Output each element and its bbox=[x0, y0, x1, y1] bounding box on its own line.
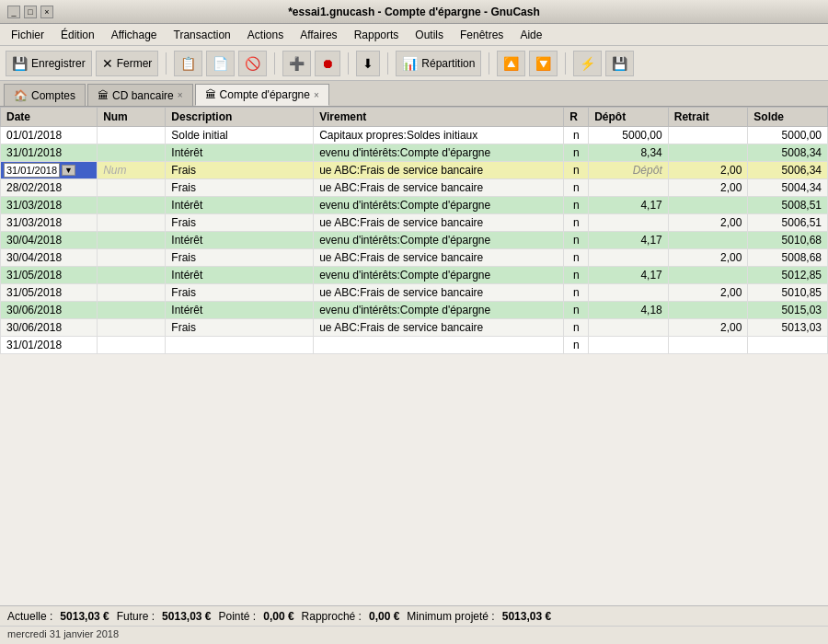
maximize-button[interactable]: □ bbox=[24, 6, 37, 18]
cell-description[interactable]: Intérêt bbox=[166, 197, 314, 214]
cell-retrait[interactable]: 2,00 bbox=[668, 179, 748, 197]
cell-description[interactable] bbox=[166, 337, 314, 354]
cell-num[interactable] bbox=[98, 337, 166, 354]
table-row[interactable]: 30/04/2018Fraisue ABC:Frais de service b… bbox=[1, 249, 828, 267]
cell-depot[interactable]: 5000,00 bbox=[589, 127, 669, 144]
cell-depot[interactable]: 4,17 bbox=[589, 267, 669, 284]
cell-reconcile[interactable]: n bbox=[564, 127, 589, 144]
menu-item-rapports[interactable]: Rapports bbox=[347, 27, 407, 43]
tab-compte-dépargne[interactable]: 🏛Compte d'épargne× bbox=[195, 84, 329, 106]
toolbar-icon-button-3[interactable]: 📋 bbox=[174, 51, 202, 76]
date-input[interactable]: 31/01/2018 bbox=[4, 163, 60, 178]
cell-reconcile[interactable]: n bbox=[564, 267, 589, 284]
menu-item-outils[interactable]: Outils bbox=[408, 27, 451, 43]
cell-num[interactable] bbox=[98, 284, 166, 302]
toolbar-icon-button-10[interactable]: ⬇ bbox=[356, 51, 380, 76]
cell-description[interactable]: Frais bbox=[166, 249, 314, 267]
cell-virement[interactable]: evenu d'intérêts:Compte d'épargne bbox=[314, 197, 564, 214]
cell-num[interactable] bbox=[98, 214, 166, 232]
cell-virement[interactable]: ue ABC:Frais de service bancaire bbox=[314, 214, 564, 232]
menu-item-fichier[interactable]: Fichier bbox=[4, 27, 52, 43]
cell-depot[interactable] bbox=[589, 319, 669, 337]
cell-retrait[interactable] bbox=[668, 232, 748, 249]
cell-retrait[interactable] bbox=[668, 302, 748, 319]
register-table-wrapper[interactable]: Date Num Description Virement R Dépôt Re… bbox=[0, 107, 828, 605]
cell-num[interactable] bbox=[98, 267, 166, 284]
table-row[interactable]: 01/01/2018Solde initialCapitaux propres:… bbox=[1, 127, 828, 144]
cell-date[interactable]: 31/05/2018 bbox=[1, 267, 98, 284]
cell-description[interactable]: Frais bbox=[166, 214, 314, 232]
cell-depot[interactable]: Dépôt bbox=[589, 162, 669, 179]
toolbar-icon-button-7[interactable]: ➕ bbox=[282, 51, 311, 76]
cell-virement[interactable]: ue ABC:Frais de service bancaire bbox=[314, 284, 564, 302]
table-row[interactable]: 31/03/2018Intérêtevenu d'intérêts:Compte… bbox=[1, 197, 828, 214]
cell-reconcile[interactable]: n bbox=[564, 232, 589, 249]
cell-retrait[interactable]: 2,00 bbox=[668, 214, 748, 232]
toolbar-icon-button-17[interactable]: ⚡ bbox=[573, 51, 602, 76]
cell-date[interactable]: 31/01/2018▼ bbox=[1, 162, 98, 179]
cell-date[interactable]: 31/01/2018 bbox=[1, 144, 98, 162]
cell-retrait[interactable] bbox=[668, 144, 748, 162]
cell-num[interactable] bbox=[98, 179, 166, 197]
tab-close-button[interactable]: × bbox=[314, 90, 319, 100]
cell-retrait[interactable] bbox=[668, 197, 748, 214]
cell-date[interactable]: 28/02/2018 bbox=[1, 179, 98, 197]
cell-date[interactable]: 31/01/2018 bbox=[1, 337, 98, 354]
cell-description[interactable]: Intérêt bbox=[166, 302, 314, 319]
menu-item-affichage[interactable]: Affichage bbox=[104, 27, 165, 43]
cell-description[interactable]: Frais bbox=[166, 319, 314, 337]
cell-virement[interactable]: ue ABC:Frais de service bancaire bbox=[314, 319, 564, 337]
cell-description[interactable]: Intérêt bbox=[166, 232, 314, 249]
menu-item-aide[interactable]: Aide bbox=[512, 27, 549, 43]
cell-reconcile[interactable]: n bbox=[564, 319, 589, 337]
table-row[interactable]: 31/05/2018Fraisue ABC:Frais de service b… bbox=[1, 284, 828, 302]
cell-description[interactable]: Frais bbox=[166, 179, 314, 197]
cell-num[interactable] bbox=[98, 249, 166, 267]
cell-description[interactable]: Intérêt bbox=[166, 267, 314, 284]
cell-depot[interactable] bbox=[589, 249, 669, 267]
cell-depot[interactable]: 4,17 bbox=[589, 232, 669, 249]
cell-reconcile[interactable]: n bbox=[564, 162, 589, 179]
cell-virement[interactable] bbox=[314, 337, 564, 354]
toolbar-enregistrer-button[interactable]: 💾Enregistrer bbox=[6, 51, 92, 76]
cell-depot[interactable]: 8,34 bbox=[589, 144, 669, 162]
cell-virement[interactable]: evenu d'intérêts:Compte d'épargne bbox=[314, 302, 564, 319]
cell-retrait[interactable] bbox=[668, 267, 748, 284]
menu-item-affaires[interactable]: Affaires bbox=[293, 27, 344, 43]
cell-depot[interactable]: 4,17 bbox=[589, 197, 669, 214]
cell-description[interactable]: Frais bbox=[166, 284, 314, 302]
table-row[interactable]: 31/05/2018Intérêtevenu d'intérêts:Compte… bbox=[1, 267, 828, 284]
cell-num[interactable] bbox=[98, 302, 166, 319]
cell-reconcile[interactable]: n bbox=[564, 284, 589, 302]
toolbar-fermer-button[interactable]: ✕Fermer bbox=[96, 51, 159, 76]
cell-virement[interactable]: evenu d'intérêts:Compte d'épargne bbox=[314, 232, 564, 249]
minimize-button[interactable]: _ bbox=[7, 6, 20, 18]
cell-reconcile[interactable]: n bbox=[564, 179, 589, 197]
cell-reconcile[interactable]: n bbox=[564, 214, 589, 232]
table-row[interactable]: 30/06/2018Intérêtevenu d'intérêts:Compte… bbox=[1, 302, 828, 319]
toolbar-répartition-button[interactable]: 📊Répartition bbox=[396, 51, 481, 76]
cell-date[interactable]: 30/04/2018 bbox=[1, 249, 98, 267]
cell-virement[interactable]: evenu d'intérêts:Compte d'épargne bbox=[314, 144, 564, 162]
close-button[interactable]: × bbox=[40, 6, 53, 18]
cell-virement[interactable]: evenu d'intérêts:Compte d'épargne bbox=[314, 267, 564, 284]
toolbar-icon-button-4[interactable]: 📄 bbox=[206, 51, 235, 76]
cell-depot[interactable] bbox=[589, 284, 669, 302]
menu-item-transaction[interactable]: Transaction bbox=[167, 27, 238, 43]
cell-description[interactable]: Intérêt bbox=[166, 144, 314, 162]
cell-reconcile[interactable]: n bbox=[564, 197, 589, 214]
cell-num[interactable] bbox=[98, 319, 166, 337]
table-row[interactable]: 28/02/2018Fraisue ABC:Frais de service b… bbox=[1, 179, 828, 197]
cell-depot[interactable] bbox=[589, 179, 669, 197]
table-row[interactable]: 31/03/2018Fraisue ABC:Frais de service b… bbox=[1, 214, 828, 232]
toolbar-icon-button-5[interactable]: 🚫 bbox=[238, 51, 267, 76]
cell-retrait[interactable]: 2,00 bbox=[668, 162, 748, 179]
tab-cd-bancaire[interactable]: 🏛CD bancaire× bbox=[87, 84, 193, 106]
menu-item-actions[interactable]: Actions bbox=[240, 27, 291, 43]
cell-reconcile[interactable]: n bbox=[564, 337, 589, 354]
table-row[interactable]: 31/01/2018Intérêtevenu d'intérêts:Compte… bbox=[1, 144, 828, 162]
table-row[interactable]: 31/01/2018n bbox=[1, 337, 828, 354]
cell-virement[interactable]: Capitaux propres:Soldes initiaux bbox=[314, 127, 564, 144]
cell-date[interactable]: 31/03/2018 bbox=[1, 197, 98, 214]
cell-depot[interactable] bbox=[589, 214, 669, 232]
